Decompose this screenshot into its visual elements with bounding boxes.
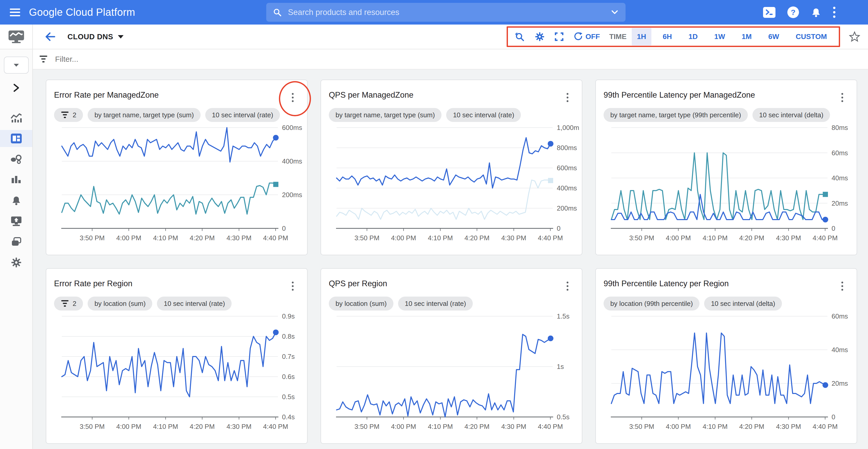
- workspace-selector-dropdown[interactable]: [4, 57, 29, 74]
- dashboard-title: CLOUD DNS: [67, 33, 113, 41]
- svg-text:4:20 PM: 4:20 PM: [465, 234, 490, 242]
- filter-funnel-icon: [39, 55, 48, 63]
- sidebar-item-alerting[interactable]: [0, 192, 32, 209]
- svg-text:200ms: 200ms: [282, 191, 302, 199]
- expand-chevron-icon[interactable]: [0, 82, 32, 94]
- chip[interactable]: by location (99th percentile): [603, 296, 700, 311]
- chip-row: by target name, target type (sum)10 sec …: [329, 108, 582, 122]
- filter-count-chip[interactable]: 2: [54, 296, 83, 311]
- svg-text:20ms: 20ms: [832, 199, 848, 207]
- svg-text:4:00 PM: 4:00 PM: [666, 234, 691, 242]
- cloud-shell-icon[interactable]: [763, 7, 775, 18]
- svg-text:4:00 PM: 4:00 PM: [391, 423, 416, 430]
- chart-title: 99th Percentile Latency per Region: [603, 279, 857, 288]
- kebab-menu-icon[interactable]: [291, 92, 295, 103]
- filter-count: 2: [73, 111, 76, 119]
- filter-bar[interactable]: [33, 49, 868, 69]
- time-range-1m[interactable]: 1M: [737, 28, 757, 45]
- sidebar-item-metrics[interactable]: [0, 171, 32, 188]
- time-range-6w[interactable]: 6W: [763, 28, 784, 45]
- sidebar-item-groups[interactable]: [0, 233, 32, 250]
- svg-text:4:20 PM: 4:20 PM: [465, 423, 490, 430]
- auto-refresh-toggle[interactable]: OFF: [574, 32, 600, 41]
- svg-text:4:20 PM: 4:20 PM: [190, 234, 215, 242]
- sidebar-item-uptime-checks[interactable]: [0, 213, 32, 230]
- chip[interactable]: by location (sum): [329, 296, 394, 311]
- kebab-menu-icon[interactable]: [840, 281, 844, 292]
- notifications-bell-icon[interactable]: [811, 7, 821, 18]
- kebab-menu-icon[interactable]: [840, 92, 844, 103]
- svg-text:400ms: 400ms: [282, 157, 302, 165]
- hamburger-menu-icon[interactable]: [10, 8, 20, 16]
- help-icon[interactable]: ?: [787, 6, 799, 18]
- svg-text:0.5s: 0.5s: [282, 393, 295, 401]
- sidebar-item-settings[interactable]: [0, 254, 32, 271]
- svg-text:40ms: 40ms: [832, 346, 848, 354]
- svg-text:0: 0: [282, 224, 286, 232]
- search-input[interactable]: [287, 7, 611, 17]
- chip[interactable]: 10 sec interval (rate): [398, 296, 473, 311]
- chip[interactable]: 10 sec interval (delta): [704, 296, 782, 311]
- fullscreen-icon[interactable]: [554, 32, 564, 41]
- chip[interactable]: 10 sec interval (rate): [157, 296, 231, 311]
- more-vert-icon[interactable]: [833, 7, 835, 18]
- monitoring-logo-icon[interactable]: [0, 25, 32, 49]
- filter-input[interactable]: [55, 55, 211, 64]
- svg-text:4:40 PM: 4:40 PM: [538, 423, 563, 430]
- svg-text:0.8s: 0.8s: [282, 332, 295, 340]
- dashboard-toolbar: CLOUD DNS: [33, 25, 868, 49]
- line-chart[interactable]: 600ms400ms200ms03:50 PM4:00 PM4:10 PM4:2…: [59, 123, 305, 245]
- line-chart[interactable]: 80ms60ms40ms20ms03:50 PM4:00 PM4:10 PM4:…: [609, 123, 854, 245]
- chevron-down-icon[interactable]: [611, 10, 619, 15]
- line-chart[interactable]: 0.9s0.8s0.7s0.6s0.5s0.4s3:50 PM4:00 PM4:…: [59, 312, 305, 433]
- chip[interactable]: 10 sec interval (rate): [205, 108, 280, 122]
- kebab-menu-icon[interactable]: [565, 281, 569, 292]
- dashboard-grid: Error Rate per ManagedZone 2by target na…: [33, 69, 868, 449]
- svg-text:1.5s: 1.5s: [557, 312, 569, 320]
- sidebar-item-metrics-explorer[interactable]: [0, 109, 32, 126]
- svg-text:4:30 PM: 4:30 PM: [226, 423, 251, 430]
- filter-count-chip[interactable]: 2: [54, 108, 83, 122]
- svg-text:0: 0: [832, 224, 835, 232]
- line-chart[interactable]: 1,000ms800ms600ms400ms200ms03:50 PM4:00 …: [334, 123, 580, 245]
- svg-text:0: 0: [832, 413, 835, 421]
- time-range-1h[interactable]: 1H: [632, 28, 651, 45]
- left-sidebar: [0, 25, 33, 449]
- line-chart[interactable]: 1.5s1s0.5s3:50 PM4:00 PM4:10 PM4:20 PM4:…: [334, 312, 580, 433]
- time-range-1d[interactable]: 1D: [683, 28, 703, 45]
- chart-title: 99th Percentile Latency per ManagedZone: [603, 90, 857, 100]
- time-range-6h[interactable]: 6H: [658, 28, 677, 45]
- chip[interactable]: by target name, target type (sum): [88, 108, 200, 122]
- chip[interactable]: 10 sec interval (rate): [446, 108, 521, 122]
- back-arrow-icon[interactable]: [44, 31, 56, 42]
- svg-text:3:50 PM: 3:50 PM: [354, 234, 379, 242]
- settings-gear-icon[interactable]: [535, 32, 545, 41]
- svg-text:0.9s: 0.9s: [282, 312, 295, 320]
- chip[interactable]: by target name, target type (sum): [329, 108, 441, 122]
- svg-text:60ms: 60ms: [832, 312, 848, 320]
- time-range-custom[interactable]: CUSTOM: [790, 28, 832, 45]
- svg-text:4:00 PM: 4:00 PM: [391, 234, 416, 242]
- filter-count: 2: [73, 300, 76, 308]
- svg-text:4:20 PM: 4:20 PM: [190, 423, 215, 430]
- chip[interactable]: 10 sec interval (delta): [752, 108, 830, 122]
- sidebar-item-services[interactable]: [0, 151, 32, 168]
- sidebar-item-dashboards[interactable]: [0, 130, 32, 147]
- chart-card: QPS per Region by location (sum)10 sec i…: [320, 268, 582, 444]
- chip-row: 2by target name, target type (sum)10 sec…: [54, 108, 307, 122]
- kebab-menu-icon[interactable]: [291, 281, 295, 292]
- zoom-reset-icon[interactable]: [515, 32, 525, 42]
- line-chart[interactable]: 60ms40ms20ms03:50 PM4:00 PM4:10 PM4:20 P…: [609, 312, 854, 433]
- favorite-star-icon[interactable]: [849, 31, 860, 42]
- dashboard-title-dropdown[interactable]: CLOUD DNS: [67, 33, 124, 41]
- toolbar-right-controls: OFF TIME 1H6H1D1W1M6WCUSTOM: [507, 25, 860, 49]
- chip[interactable]: by location (sum): [88, 296, 152, 311]
- gcp-logo[interactable]: Google Cloud Platform: [29, 6, 135, 18]
- svg-text:4:10 PM: 4:10 PM: [153, 423, 178, 430]
- search-bar[interactable]: [266, 3, 625, 22]
- kebab-menu-icon[interactable]: [565, 92, 569, 103]
- svg-text:20ms: 20ms: [832, 380, 848, 387]
- time-range-1w[interactable]: 1W: [709, 28, 730, 45]
- svg-text:4:30 PM: 4:30 PM: [776, 423, 801, 430]
- chip[interactable]: by target name, target type (99th percen…: [603, 108, 748, 122]
